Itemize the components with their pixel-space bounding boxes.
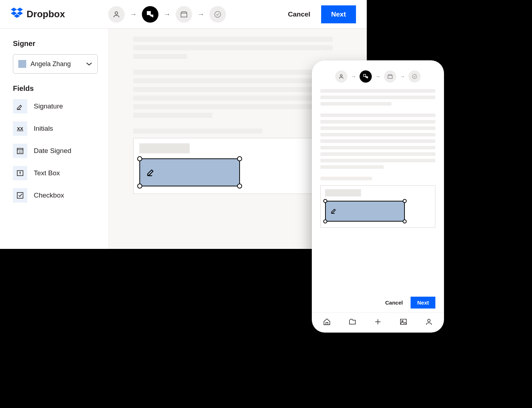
chevron-down-icon <box>86 61 92 67</box>
resize-handle-bl[interactable] <box>323 219 327 223</box>
svg-rect-11 <box>17 193 23 198</box>
textbox-icon <box>13 166 27 180</box>
doc-text-line <box>133 54 187 59</box>
arrow-icon: → <box>130 10 137 18</box>
svg-rect-13 <box>364 74 366 76</box>
tab-photos[interactable] <box>398 316 409 327</box>
doc-text-line <box>320 102 392 106</box>
doc-text-line <box>133 37 333 42</box>
doc-text-line <box>320 133 435 136</box>
doc-text-line <box>133 96 333 101</box>
signature-field-selected[interactable] <box>325 201 405 222</box>
resize-handle-bl[interactable] <box>137 184 142 189</box>
signature-icon <box>146 166 157 178</box>
doc-text-line <box>133 45 333 50</box>
signature-icon <box>13 99 27 113</box>
doc-text-line <box>320 159 435 162</box>
mobile-preview: → → → <box>312 60 444 333</box>
arrow-icon: → <box>351 74 356 79</box>
doc-text-line <box>320 177 372 180</box>
tab-create[interactable] <box>373 316 383 327</box>
step-review[interactable] <box>209 6 226 23</box>
signature-region <box>320 185 435 228</box>
tab-files[interactable] <box>347 316 358 327</box>
signature-field-selected[interactable] <box>139 158 240 186</box>
resize-handle-br[interactable] <box>403 219 407 223</box>
field-label: Checkbox <box>34 191 64 199</box>
svg-point-7 <box>215 11 221 17</box>
svg-marker-1 <box>17 8 23 11</box>
tab-account[interactable] <box>424 316 434 327</box>
resize-handle-tr[interactable] <box>403 199 407 203</box>
cancel-button[interactable]: Cancel <box>385 300 403 306</box>
brand-name: Dropbox <box>27 9 65 20</box>
step-place-fields[interactable] <box>142 6 158 23</box>
mobile-document-canvas[interactable] <box>312 86 444 292</box>
signer-dropdown[interactable]: Angela Zhang <box>13 54 98 74</box>
svg-text:24: 24 <box>19 150 22 154</box>
doc-text-line <box>320 152 435 156</box>
arrow-icon: → <box>400 74 405 79</box>
field-date-signed[interactable]: 24 Date Signed <box>13 144 98 158</box>
svg-point-14 <box>412 74 417 79</box>
next-button[interactable]: Next <box>411 297 435 309</box>
doc-text-line <box>320 146 435 149</box>
arrow-icon: → <box>163 10 171 18</box>
arrow-icon: → <box>375 74 380 79</box>
field-text-box[interactable]: Text Box <box>13 166 98 180</box>
field-label: Date Signed <box>34 147 71 155</box>
resize-handle-tl[interactable] <box>323 199 327 203</box>
step-save[interactable] <box>176 6 192 23</box>
signature-icon <box>330 207 338 216</box>
fields-heading: Fields <box>13 84 98 93</box>
step-review[interactable] <box>408 70 421 83</box>
signer-heading: Signer <box>13 40 98 48</box>
doc-text-line <box>320 96 435 99</box>
header-actions: Cancel Next <box>288 5 356 23</box>
field-checkbox[interactable]: Checkbox <box>13 188 98 203</box>
svg-point-12 <box>340 75 342 76</box>
doc-text-line <box>133 113 212 118</box>
doc-text-line <box>320 165 384 169</box>
field-label: Signature <box>34 102 63 110</box>
fields-sidebar: Signer Angela Zhang Fields Signature <box>0 29 109 249</box>
step-save[interactable] <box>384 70 396 83</box>
svg-marker-0 <box>11 8 17 11</box>
dropbox-logo: Dropbox <box>11 8 65 21</box>
initials-glyph: XX <box>17 126 23 131</box>
fields-list: Signature XX Initials 24 Date Signed <box>13 99 98 203</box>
initials-icon: XX <box>13 121 27 136</box>
mobile-tab-bar <box>312 312 444 333</box>
progress-steps: → → → <box>108 6 226 23</box>
step-place-fields[interactable] <box>360 70 372 83</box>
doc-text-line <box>133 129 263 134</box>
checkbox-icon <box>13 188 27 203</box>
app-header: Dropbox → → → Cancel Next <box>0 0 367 29</box>
signer-color-swatch <box>18 60 26 68</box>
date-icon: 24 <box>13 144 27 158</box>
step-recipients[interactable] <box>335 70 347 83</box>
doc-text-line <box>320 113 435 117</box>
arrow-icon: → <box>197 10 204 18</box>
field-initials[interactable]: XX Initials <box>13 121 98 136</box>
svg-rect-15 <box>401 319 407 324</box>
field-label: Text Box <box>34 169 60 177</box>
dropbox-icon <box>11 8 23 21</box>
resize-handle-br[interactable] <box>237 184 242 189</box>
field-label: Initials <box>34 125 53 133</box>
svg-rect-6 <box>147 11 151 14</box>
next-button[interactable]: Next <box>321 5 356 23</box>
field-signature[interactable]: Signature <box>13 99 98 113</box>
resize-handle-tr[interactable] <box>237 156 242 161</box>
signature-region <box>133 138 313 194</box>
step-recipients[interactable] <box>108 6 125 23</box>
doc-text-line <box>133 87 333 92</box>
svg-point-5 <box>115 11 117 14</box>
doc-text-line <box>320 89 435 93</box>
cancel-button[interactable]: Cancel <box>288 10 310 18</box>
signature-label-placeholder <box>325 189 361 196</box>
signer-name: Angela Zhang <box>31 60 82 68</box>
resize-handle-tl[interactable] <box>137 156 142 161</box>
svg-point-17 <box>428 319 430 321</box>
tab-home[interactable] <box>321 316 332 327</box>
